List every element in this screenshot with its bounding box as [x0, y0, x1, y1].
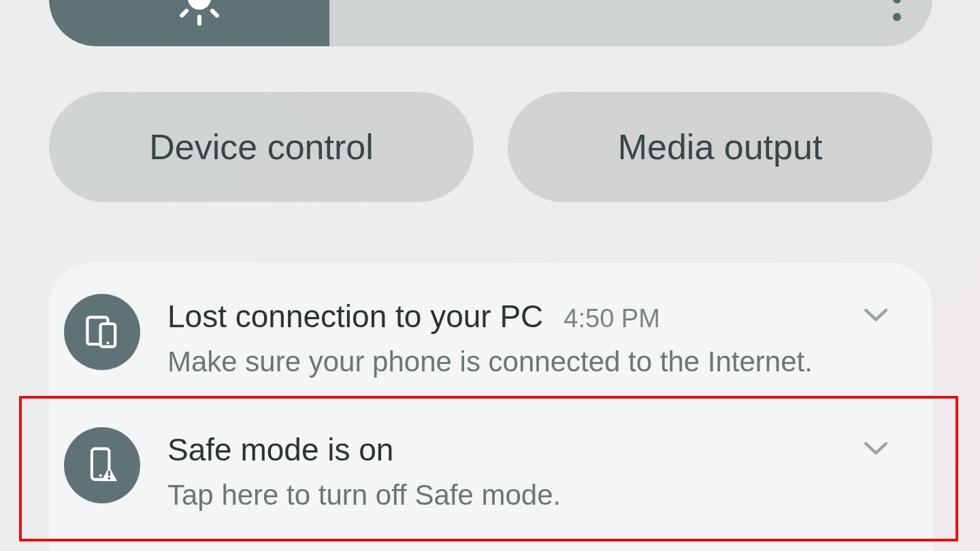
notification-text: Lost connection to your PC 4:50 PM Make … [167, 294, 896, 380]
svg-point-0 [188, 0, 211, 10]
brightness-slider-fill [49, 0, 329, 46]
notification-item[interactable]: Safe mode is on Tap here to turn off Saf… [49, 396, 932, 529]
notification-title: Lost connection to your PC [167, 298, 543, 335]
chevron-down-icon[interactable] [860, 299, 892, 333]
notification-item[interactable]: Lost connection to your PC 4:50 PM Make … [49, 263, 932, 395]
notification-card: Lost connection to your PC 4:50 PM Make … [49, 263, 932, 551]
notification-title: Safe mode is on [167, 431, 393, 468]
svg-line-6 [212, 11, 217, 16]
media-output-button[interactable]: Media output [508, 92, 932, 202]
notification-body: Make sure your phone is connected to the… [167, 344, 896, 380]
notification-body: Tap here to turn off Safe mode. [167, 478, 896, 514]
svg-line-7 [182, 11, 186, 16]
brightness-more-icon[interactable] [893, 0, 901, 21]
svg-point-13 [99, 474, 102, 477]
brightness-slider[interactable] [49, 0, 932, 46]
chevron-down-icon[interactable] [860, 433, 892, 467]
device-control-label: Device control [149, 127, 373, 167]
notification-time: 4:50 PM [564, 304, 660, 333]
svg-point-16 [108, 477, 111, 480]
notification-text: Safe mode is on Tap here to turn off Saf… [167, 427, 896, 514]
quick-controls-row: Device control Media output [49, 92, 932, 202]
phone-warning-icon [64, 427, 140, 503]
media-output-label: Media output [618, 127, 823, 167]
device-control-button[interactable]: Device control [49, 92, 474, 202]
svg-rect-15 [108, 471, 110, 476]
svg-point-11 [106, 341, 109, 344]
phone-link-icon [64, 294, 140, 370]
brightness-icon [170, 0, 229, 30]
